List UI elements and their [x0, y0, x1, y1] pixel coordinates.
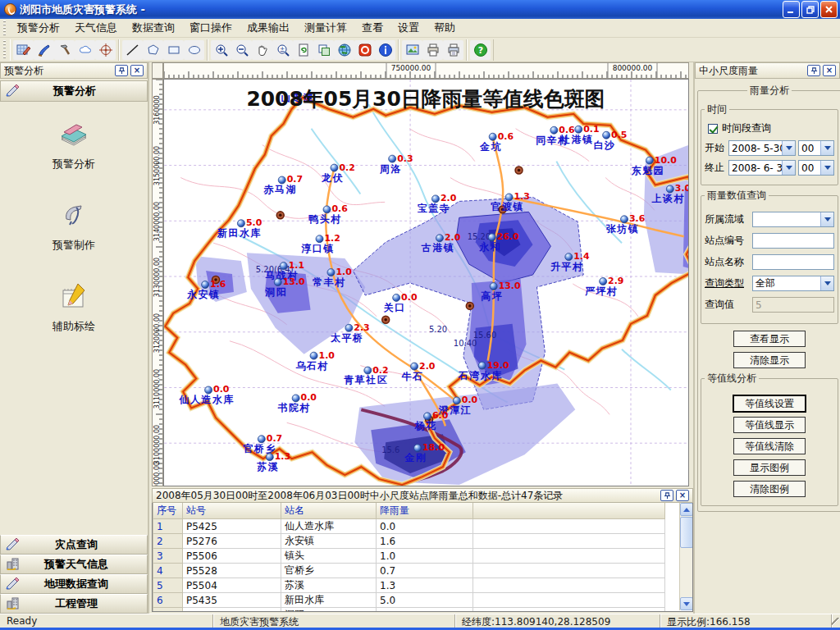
pin-icon[interactable]	[807, 65, 820, 76]
time-range-checkbox[interactable]: 时间段查询	[708, 121, 834, 135]
end-hour-select[interactable]: 00	[798, 160, 834, 176]
checkbox-icon[interactable]	[708, 124, 718, 134]
menu-item-4[interactable]: 窗口操作	[182, 18, 240, 38]
minimize-icon	[787, 5, 796, 14]
menu-item-7[interactable]: 查看	[354, 18, 390, 38]
menu-item-9[interactable]: 帮助	[427, 18, 463, 38]
query-button-1[interactable]: 查看显示	[733, 331, 806, 347]
crosshair-button[interactable]	[95, 40, 116, 60]
ruler-corner	[152, 62, 163, 79]
close-icon[interactable]: ×	[823, 65, 836, 76]
query-type-select[interactable]: 全部	[752, 276, 834, 291]
table-row[interactable]: 1P5425仙人造水库0.0	[153, 519, 665, 534]
table-row[interactable]: 5P5504苏溪1.3	[153, 578, 665, 593]
svg-text:±: ±	[279, 46, 285, 53]
scroll-thumb[interactable]	[680, 517, 693, 548]
station-name-input[interactable]	[752, 254, 834, 270]
zoom-in-button[interactable]	[211, 40, 231, 60]
refresh-page-button[interactable]	[293, 40, 313, 60]
zoom-out-button[interactable]	[231, 40, 252, 60]
sidebar-bar-3[interactable]: 地理数据查询	[0, 574, 148, 594]
table-cell	[473, 519, 665, 534]
table-scrollbar[interactable]	[679, 503, 692, 610]
help-button[interactable]: ?	[470, 40, 491, 60]
sidebar-bar-4[interactable]: 工程管理	[0, 594, 148, 614]
paint-brush-button[interactable]	[34, 40, 54, 60]
table-cell	[473, 578, 665, 593]
menu-item-1[interactable]: 预警分析	[10, 18, 67, 38]
table-row[interactable]: 3P5506镇头1.0	[153, 549, 665, 564]
contour-button-5[interactable]: 清除图例	[733, 481, 806, 497]
draw-line-button[interactable]	[122, 40, 143, 60]
info-button[interactable]	[375, 40, 395, 60]
menu-item-3[interactable]: 数据查询	[125, 18, 182, 38]
sidebar-bar-2[interactable]: 预警天气信息	[0, 555, 148, 574]
sidebar-item-2[interactable]: 预警制作	[25, 198, 123, 253]
copy-layers-icon	[317, 43, 331, 57]
map-image-button[interactable]	[402, 40, 422, 60]
print-button[interactable]	[422, 40, 443, 60]
toolbar-grip[interactable]	[2, 40, 8, 59]
svg-text:15.20: 15.20	[468, 232, 491, 241]
close-icon[interactable]: ×	[130, 65, 144, 76]
resize-grip[interactable]	[832, 614, 840, 628]
right-panel-title: 中小尺度雨量	[699, 64, 807, 78]
draw-polygon-button[interactable]	[143, 40, 163, 60]
query-button-2[interactable]: 清除显示	[733, 352, 806, 368]
menu-item-6[interactable]: 测量计算	[297, 18, 354, 38]
warning-analysis-group-header[interactable]: 预警分析	[0, 80, 148, 102]
draw-rectangle-button[interactable]	[163, 40, 184, 60]
start-hour-select[interactable]: 00	[798, 140, 834, 156]
status-coordinates: 经纬度:113.809140,28.128509	[455, 614, 660, 628]
map-canvas[interactable]: 5.20(6.4)15.205.2015.6010.4015.6 山枣潭0.1社…	[163, 79, 689, 486]
contour-button-3[interactable]: 等值线清除	[733, 438, 806, 454]
cloud-button[interactable]	[75, 40, 95, 60]
table-cell: P5435	[183, 593, 281, 608]
globe-button[interactable]	[334, 40, 354, 60]
basin-select[interactable]	[752, 212, 834, 227]
zoom-extent-button[interactable]: ±	[272, 40, 293, 60]
hammer-button[interactable]	[54, 40, 75, 60]
sidebar-bar-1[interactable]: 灾点查询	[0, 535, 148, 555]
poi-marker	[382, 316, 390, 323]
sidebar-item-3[interactable]: 辅助标绘	[25, 279, 123, 334]
print-preview-button[interactable]	[443, 40, 463, 60]
start-date-select[interactable]: 2008- 5-30	[728, 140, 796, 156]
svg-text:15.6: 15.6	[381, 445, 399, 454]
pin-icon[interactable]	[115, 65, 128, 76]
rain-analysis-group: 雨量分析 时间 时间段查询 开始 2008- 5-30 00	[697, 84, 840, 512]
svg-text:关口: 关口	[383, 302, 406, 313]
table-header-row: 序号站号站名降雨量	[153, 503, 665, 519]
restore-button[interactable]	[801, 1, 819, 18]
analysis-map-button[interactable]	[13, 40, 34, 60]
draw-ellipse-button[interactable]	[184, 40, 204, 60]
contour-button-2[interactable]: 等值线显示	[733, 417, 806, 433]
menu-item-2[interactable]: 天气信息	[67, 18, 125, 38]
menu-item-5[interactable]: 成果输出	[240, 18, 297, 38]
pan-hand-button[interactable]	[252, 40, 272, 60]
contour-button-1[interactable]: 等值线设置	[733, 395, 806, 412]
scroll-up-button[interactable]	[680, 503, 693, 516]
bottom-panel-title: 2008年05月30日00时至2008年06月03日00时中小尺度站点降雨量总和…	[156, 489, 660, 503]
table-row[interactable]: 7P5310洞阳13.0	[153, 608, 665, 613]
close-icon[interactable]: ×	[676, 490, 689, 501]
close-button[interactable]	[820, 1, 838, 18]
rain-station: 0.2青草社区	[343, 365, 388, 386]
contour-button-4[interactable]: 显示图例	[733, 459, 806, 476]
table-row[interactable]: 2P5276永安镇1.6	[153, 534, 665, 549]
draw-line-icon	[126, 43, 140, 57]
station-number-input[interactable]	[752, 233, 834, 249]
scroll-down-button[interactable]	[680, 597, 693, 610]
table-row[interactable]: 4P5528官桥乡0.7	[153, 564, 665, 578]
menu-item-8[interactable]: 设置	[390, 18, 427, 38]
sidebar-item-1[interactable]: 预警分析	[25, 116, 123, 171]
table-row[interactable]: 6P5435新田水库5.0	[153, 593, 665, 608]
copy-layers-button[interactable]	[313, 40, 334, 60]
pin-icon[interactable]	[660, 490, 673, 501]
minimize-button[interactable]	[783, 1, 800, 18]
menu-grip[interactable]	[2, 21, 8, 35]
end-date-select[interactable]: 2008- 6- 3	[728, 160, 796, 176]
station-rainfall-table[interactable]: 序号站号站名降雨量1P5425仙人造水库0.02P5276永安镇1.63P550…	[153, 503, 665, 612]
stop-button[interactable]	[354, 40, 375, 60]
table-cell: 仙人造水库	[281, 519, 377, 534]
